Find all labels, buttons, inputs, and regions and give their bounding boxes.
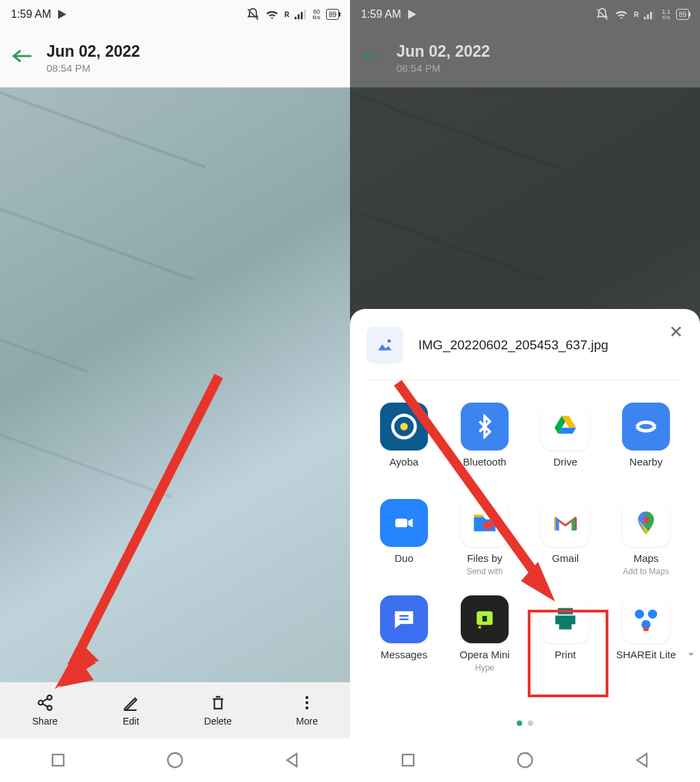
status-data-rate: 1.1K/s [662, 9, 671, 21]
svg-point-9 [306, 706, 308, 709]
status-bar: 1:59 AM R 60B/s 89 [0, 0, 350, 29]
app-nearby[interactable]: Nearby [608, 403, 684, 480]
edit-button[interactable]: Edit [122, 694, 139, 727]
close-button[interactable] [669, 324, 684, 343]
bluetooth-icon [472, 414, 497, 439]
svg-rect-15 [650, 12, 652, 19]
page-dot-1[interactable] [517, 720, 522, 726]
svg-rect-28 [403, 755, 414, 766]
more-button[interactable]: More [296, 694, 318, 727]
nav-back-button[interactable] [282, 751, 301, 770]
battery-indicator: 89 [676, 9, 689, 20]
header-date: Jun 02, 2022 [396, 42, 490, 61]
opera-icon [471, 606, 498, 633]
svg-point-24 [635, 610, 644, 619]
page-dot-2[interactable] [528, 720, 533, 726]
app-grid: Ayoba Bluetooth Drive Nearby Duo Files b… [366, 403, 684, 673]
app-maps[interactable]: MapsAdd to Maps [608, 499, 684, 576]
share-sheet: IMG_20220602_205453_637.jpg Ayoba Blueto… [350, 309, 700, 738]
play-icon [407, 9, 418, 20]
svg-rect-0 [295, 17, 297, 20]
battery-indicator: 89 [326, 9, 339, 20]
svg-point-25 [648, 610, 657, 619]
svg-rect-13 [644, 17, 646, 20]
photo-view[interactable] [0, 87, 350, 782]
svg-rect-20 [395, 519, 407, 528]
print-icon [550, 604, 580, 634]
svg-point-11 [167, 753, 182, 768]
status-bar: 1:59 AM R 1.1K/s 89 [350, 0, 700, 29]
back-button[interactable] [361, 47, 383, 69]
file-thumbnail [366, 327, 403, 364]
signal-bars-icon [295, 9, 307, 20]
svg-rect-3 [304, 10, 306, 19]
wifi-icon [265, 8, 279, 21]
app-duo[interactable]: Duo [366, 499, 442, 576]
nav-bar [0, 738, 350, 782]
nav-recent-button[interactable] [399, 751, 418, 770]
app-files[interactable]: Files bySend with [447, 499, 522, 576]
app-header: Jun 02, 2022 08:54 PM [0, 29, 350, 87]
svg-rect-21 [483, 522, 493, 529]
status-data-rate: 60B/s [312, 9, 321, 21]
app-drive[interactable]: Drive [528, 403, 603, 480]
nav-back-button[interactable] [632, 751, 651, 770]
play-icon [57, 9, 68, 20]
signal-r: R [634, 11, 638, 18]
maps-icon [632, 509, 660, 537]
header-time: 08:54 PM [46, 62, 140, 74]
svg-rect-1 [298, 14, 300, 19]
nav-home-button[interactable] [165, 751, 185, 770]
duo-icon [391, 510, 417, 536]
phone-right: 1:59 AM R 1.1K/s 89 Jun 02, 2022 08:54 P… [350, 0, 700, 782]
shareit-icon [630, 604, 662, 635]
app-messages[interactable]: Messages [366, 595, 442, 673]
page-indicator [350, 720, 700, 726]
more-icon [298, 694, 316, 712]
svg-point-8 [306, 701, 308, 704]
svg-point-7 [306, 696, 308, 699]
nearby-icon [632, 413, 660, 440]
app-gmail[interactable]: Gmail [528, 499, 603, 576]
share-icon [36, 694, 54, 712]
delete-icon [209, 694, 227, 712]
svg-point-5 [38, 701, 43, 705]
svg-rect-2 [301, 12, 303, 19]
nav-recent-button[interactable] [49, 751, 68, 770]
svg-point-6 [47, 705, 52, 710]
edit-icon [122, 694, 139, 712]
share-button[interactable]: Share [32, 694, 57, 727]
nav-home-button[interactable] [515, 751, 535, 770]
header-date: Jun 02, 2022 [46, 42, 140, 61]
app-opera-mini[interactable]: Opera MiniHype [447, 595, 522, 673]
image-icon [375, 335, 395, 355]
file-header: IMG_20220602_205453_637.jpg [366, 327, 684, 381]
header-time: 08:54 PM [396, 62, 490, 74]
app-ayoba[interactable]: Ayoba [366, 403, 442, 480]
drive-icon [551, 412, 580, 441]
app-shareit[interactable]: SHAREit Lite [608, 595, 684, 673]
status-time: 1:59 AM [361, 8, 401, 21]
svg-point-22 [643, 517, 649, 522]
svg-point-29 [517, 753, 532, 768]
svg-rect-10 [53, 755, 64, 766]
chevron-down-icon[interactable] [686, 649, 696, 659]
bell-off-icon [246, 8, 260, 21]
svg-rect-27 [643, 628, 649, 632]
status-time: 1:59 AM [11, 8, 51, 21]
app-print[interactable]: Print [528, 595, 603, 673]
svg-point-17 [388, 339, 391, 342]
svg-rect-14 [647, 14, 649, 19]
file-name: IMG_20220602_205453_637.jpg [418, 338, 608, 353]
signal-r: R [284, 11, 289, 18]
app-bluetooth[interactable]: Bluetooth [447, 403, 522, 480]
svg-rect-16 [654, 10, 656, 19]
ayoba-icon [389, 412, 419, 442]
phone-left: 1:59 AM R 60B/s 89 Jun 02, 2022 08:54 PM… [0, 0, 350, 782]
nav-bar [350, 738, 700, 782]
bell-off-icon [595, 8, 609, 21]
wifi-icon [615, 8, 628, 21]
gmail-icon [550, 508, 580, 538]
back-button[interactable] [11, 47, 33, 69]
delete-button[interactable]: Delete [204, 694, 232, 727]
